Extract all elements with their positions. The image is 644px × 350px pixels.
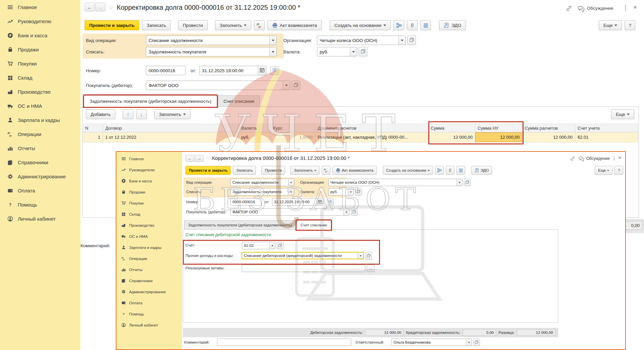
post-and-close-button[interactable]: Провести и закрыть bbox=[85, 20, 139, 30]
sidebar-item[interactable]: Оплата bbox=[0, 183, 80, 198]
column-header[interactable]: Сумма НУ bbox=[475, 124, 522, 132]
writeoff-select[interactable]: Задолженность покупателя bbox=[230, 188, 294, 195]
add-row-button[interactable]: Добавить bbox=[86, 109, 115, 119]
cell-document[interactable]: Реализация (акт, накладная, УПД) 0000-00… bbox=[315, 132, 428, 142]
link-icon[interactable] bbox=[566, 5, 572, 12]
sidebar-item[interactable]: Производство bbox=[116, 220, 182, 231]
dropdown-caret[interactable] bbox=[283, 81, 290, 90]
date-input[interactable]: 31.12.2025 19:00:00 bbox=[199, 66, 266, 75]
sidebar-item[interactable]: Зарплата и кадры bbox=[116, 242, 182, 253]
save-button[interactable]: Записать bbox=[142, 20, 171, 30]
cell-rate[interactable]: 1,0000 bbox=[271, 132, 315, 142]
sidebar-item[interactable]: Личный кабинет bbox=[116, 319, 182, 331]
edo-button[interactable]: ЭДО bbox=[439, 20, 466, 30]
cell-account[interactable]: 62.01 bbox=[575, 132, 638, 142]
calendar-icon[interactable] bbox=[317, 199, 323, 205]
sold-assets-input[interactable] bbox=[242, 265, 365, 272]
table-row[interactable]: 1 1 от 12.12.2022 руб. 1,0000 Реализация… bbox=[83, 132, 638, 142]
dropdown-caret[interactable] bbox=[288, 179, 294, 186]
column-header[interactable]: Валюта bbox=[239, 124, 271, 132]
column-header[interactable]: Документ расчетов bbox=[315, 124, 428, 132]
notes-button[interactable] bbox=[457, 166, 465, 175]
sidebar-item[interactable]: Личный кабинет bbox=[0, 212, 80, 226]
dropdown-caret[interactable] bbox=[457, 179, 462, 186]
sidebar-item[interactable]: Продажи bbox=[0, 42, 80, 56]
column-header[interactable]: Счет учета bbox=[575, 124, 638, 132]
cell-sum-nu[interactable]: 12 000,00 bbox=[475, 132, 522, 142]
post-and-close-button[interactable]: Провести и закрыть bbox=[185, 166, 231, 175]
open-other-income-button[interactable] bbox=[365, 252, 372, 260]
more-button[interactable]: Еще bbox=[595, 166, 612, 175]
discussion-label[interactable]: Обсуждение bbox=[587, 6, 613, 11]
sidebar-item[interactable]: Продажи bbox=[116, 186, 182, 198]
account-select[interactable]: 91.02 bbox=[242, 242, 275, 249]
dropdown-caret[interactable] bbox=[269, 36, 276, 45]
create-based-on-button[interactable]: Создать на основании bbox=[330, 20, 391, 30]
create-based-on-button[interactable]: Создать на основании bbox=[383, 166, 433, 175]
open-currency-button[interactable] bbox=[359, 47, 367, 56]
forward-button[interactable]: → bbox=[195, 155, 204, 162]
sidebar-item[interactable]: Зарплата и кадры bbox=[0, 113, 80, 127]
discussion-icon[interactable] bbox=[578, 5, 585, 12]
currency-select[interactable]: руб. bbox=[328, 188, 354, 195]
sidebar-item[interactable]: Администрирование bbox=[116, 286, 182, 297]
sidebar-item[interactable]: Руководителю bbox=[0, 14, 80, 28]
edo-button[interactable]: ЭДО bbox=[471, 166, 492, 175]
open-organization-button[interactable] bbox=[464, 179, 471, 186]
comment-input[interactable] bbox=[217, 339, 351, 346]
operation-type-select[interactable]: Списание задолженности bbox=[146, 36, 277, 45]
cell-contract[interactable]: 1 от 12.12.2022 bbox=[103, 132, 239, 142]
structure-button[interactable] bbox=[435, 166, 444, 175]
discussion-label[interactable]: Обсуждение bbox=[586, 156, 610, 161]
sold-assets-more-button[interactable]: ... bbox=[367, 265, 375, 272]
sidebar-item[interactable]: Производство bbox=[0, 85, 80, 99]
sidebar-item[interactable]: ₽ Банк и касса bbox=[0, 28, 80, 42]
buyer-select[interactable]: ФАКТОР ООО bbox=[230, 208, 350, 216]
dropdown-caret[interactable] bbox=[466, 339, 472, 346]
sidebar-item[interactable]: Склад bbox=[116, 209, 182, 220]
menu-dots-icon[interactable]: ⋮ bbox=[623, 4, 628, 11]
move-up-button[interactable]: ↑ bbox=[123, 109, 133, 119]
sidebar-item[interactable]: Главное bbox=[0, 0, 80, 14]
sidebar-item[interactable]: ? Помощь bbox=[116, 308, 182, 319]
link-icon[interactable] bbox=[570, 156, 575, 161]
buyer-select[interactable]: ФАКТОР ООО bbox=[146, 81, 290, 90]
dropdown-caret[interactable] bbox=[348, 188, 354, 195]
sidebar-item[interactable]: Отчеты bbox=[0, 141, 80, 155]
sidebar-item[interactable]: Покупки bbox=[0, 56, 80, 71]
writeoff-select[interactable]: Задолженность покупателя bbox=[146, 47, 277, 56]
dropdown-caret[interactable] bbox=[350, 47, 357, 56]
column-header[interactable]: N bbox=[83, 124, 103, 132]
dropdown-caret[interactable] bbox=[269, 242, 275, 249]
cell-sum[interactable]: 12 000,00 bbox=[428, 132, 475, 142]
structure-button[interactable] bbox=[393, 20, 404, 30]
open-buyer-button[interactable] bbox=[351, 208, 358, 216]
number-input[interactable]: 0000-000016 bbox=[230, 198, 261, 206]
open-responsible-button[interactable] bbox=[473, 339, 480, 346]
dropdown-caret[interactable] bbox=[269, 47, 276, 56]
sidebar-item[interactable]: Справочники bbox=[0, 155, 80, 169]
sidebar-item[interactable]: ? Помощь bbox=[0, 198, 80, 212]
offset-act-button[interactable]: Акт взаимозачета bbox=[267, 20, 322, 30]
currency-select[interactable]: руб. bbox=[317, 47, 357, 56]
column-header[interactable]: Договор bbox=[103, 124, 239, 132]
grid-more-button[interactable]: Еще bbox=[611, 109, 634, 119]
organization-select[interactable]: Четыре колеса ООО (ОСН) bbox=[317, 36, 406, 45]
document-list-button[interactable] bbox=[270, 66, 279, 75]
dropdown-caret[interactable] bbox=[398, 36, 406, 45]
help-button[interactable]: ? bbox=[614, 166, 623, 175]
calendar-icon[interactable] bbox=[258, 66, 266, 75]
save-button[interactable]: Записать bbox=[233, 166, 256, 175]
number-input[interactable]: 0000-000016 bbox=[146, 66, 185, 75]
dropdown-caret[interactable] bbox=[343, 209, 349, 215]
tab-debt[interactable]: Задолженность покупателя (дебиторская за… bbox=[184, 220, 296, 230]
discussion-icon[interactable] bbox=[579, 156, 584, 162]
menu-dots-icon[interactable]: ⋮ bbox=[612, 156, 616, 161]
offset-act-button[interactable]: Акт взаимозачета bbox=[332, 166, 377, 175]
cell-n[interactable]: 1 bbox=[83, 132, 103, 142]
sidebar-item[interactable]: ОС и НМА bbox=[0, 99, 80, 113]
tab-debt[interactable]: Задолженность покупателя (дебиторская за… bbox=[84, 95, 217, 107]
sidebar-item[interactable]: Справочники bbox=[116, 275, 182, 286]
dropdown-caret[interactable] bbox=[288, 188, 294, 195]
close-icon[interactable]: × bbox=[633, 4, 637, 11]
